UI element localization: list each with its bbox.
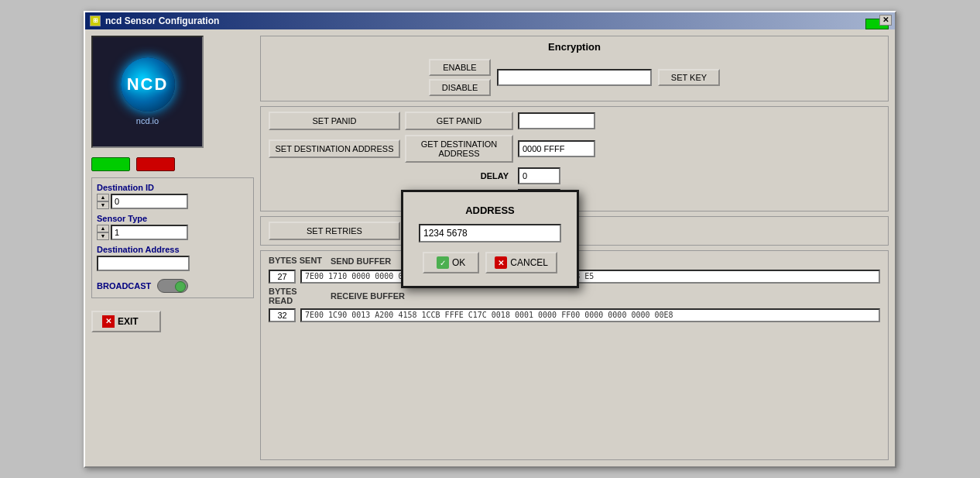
dialog-ok-button[interactable]: ✓ OK [423,252,479,273]
ok-label: OK [452,257,465,268]
cancel-x-icon: ✕ [495,256,507,269]
dialog-address-input[interactable] [419,224,561,242]
dialog-cancel-button[interactable]: ✕ CANCEL [485,252,557,273]
cancel-label: CANCEL [510,257,548,268]
address-dialog: ADDRESS ✓ OK ✕ CANCEL [401,190,579,288]
main-window: ⊞ ncd Sensor Configuration ✕ NCD ncd.io … [84,11,896,468]
ok-check-icon: ✓ [437,256,449,269]
dialog-buttons: ✓ OK ✕ CANCEL [419,252,561,273]
dialog-overlay: ADDRESS ✓ OK ✕ CANCEL [85,12,895,466]
dialog-title: ADDRESS [419,205,561,216]
